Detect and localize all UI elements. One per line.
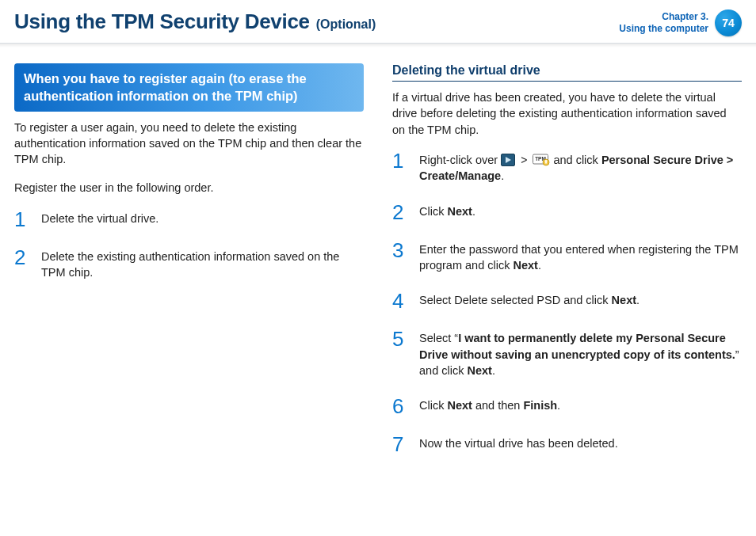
left-paragraph-1: To register a user again, you need to de… xyxy=(14,120,364,168)
breadcrumb-separator: > xyxy=(518,153,529,169)
left-paragraph-2: Register the user in the following order… xyxy=(14,180,364,196)
right-intro: If a virtual drive has been created, you… xyxy=(392,89,742,138)
step-text: Delete the existing authentication infor… xyxy=(41,247,364,281)
step-text: Enter the password that you entered when… xyxy=(419,240,742,274)
step-text: Select “I want to permanently delete my … xyxy=(419,329,742,378)
svg-rect-3 xyxy=(545,160,548,162)
page-subtitle: (Optional) xyxy=(316,17,376,32)
step-text: Select Delete selected PSD and click Nex… xyxy=(419,291,640,311)
list-item: 6 Click Next and then Finish. xyxy=(392,396,742,416)
right-step-list: 1 Right-click over > TPM a xyxy=(392,150,742,454)
header-right: Chapter 3. Using the computer 74 xyxy=(619,10,742,36)
list-item: 2 Click Next. xyxy=(392,202,742,222)
list-item: 4 Select Delete selected PSD and click N… xyxy=(392,291,742,311)
left-column: When you have to register again (to eras… xyxy=(14,63,364,472)
step-number: 2 xyxy=(392,202,410,222)
chapter-label: Chapter 3. Using the computer xyxy=(619,11,708,35)
content-columns: When you have to register again (to eras… xyxy=(14,63,742,472)
step-text: Now the virtual drive has been deleted. xyxy=(419,434,618,454)
step-number: 2 xyxy=(14,247,32,281)
list-item: 2 Delete the existing authentication inf… xyxy=(14,247,364,281)
right-column: Deleting the virtual drive If a virtual … xyxy=(392,63,742,472)
list-item: 3 Enter the password that you entered wh… xyxy=(392,240,742,274)
step-text: Click Next and then Finish. xyxy=(419,396,560,416)
list-item: 1 Delete the virtual drive. xyxy=(14,209,364,230)
svg-rect-4 xyxy=(545,162,547,163)
page-title: Using the TPM Security Device xyxy=(14,10,310,34)
step-number: 1 xyxy=(14,209,32,230)
step-number: 7 xyxy=(392,434,410,454)
header-divider xyxy=(0,43,756,48)
step-number: 5 xyxy=(392,329,410,378)
page-number: 74 xyxy=(722,17,735,29)
page-header: Using the TPM Security Device (Optional)… xyxy=(14,10,742,41)
page-number-badge: 74 xyxy=(715,10,742,36)
tray-arrow-icon xyxy=(501,154,515,166)
tpm-icon: TPM xyxy=(533,152,550,166)
step-number: 6 xyxy=(392,396,410,416)
step-text: Delete the virtual drive. xyxy=(41,209,158,230)
list-item: 1 Right-click over > TPM a xyxy=(392,150,742,184)
left-step-list: 1 Delete the virtual drive. 2 Delete the… xyxy=(14,209,364,281)
section-heading: Deleting the virtual drive xyxy=(392,63,742,82)
list-item: 7 Now the virtual drive has been deleted… xyxy=(392,434,742,454)
step-text: Click Next. xyxy=(419,202,475,222)
title-wrap: Using the TPM Security Device (Optional) xyxy=(14,10,376,34)
step-text: Right-click over > TPM and click Persona… xyxy=(419,150,742,184)
step-number: 3 xyxy=(392,240,410,274)
list-item: 5 Select “I want to permanently delete m… xyxy=(392,329,742,378)
step-number: 4 xyxy=(392,291,410,311)
step-number: 1 xyxy=(392,150,410,184)
chapter-title: Using the computer xyxy=(619,23,708,35)
chapter-number: Chapter 3. xyxy=(619,11,708,23)
callout-register-again: When you have to register again (to eras… xyxy=(14,63,364,112)
